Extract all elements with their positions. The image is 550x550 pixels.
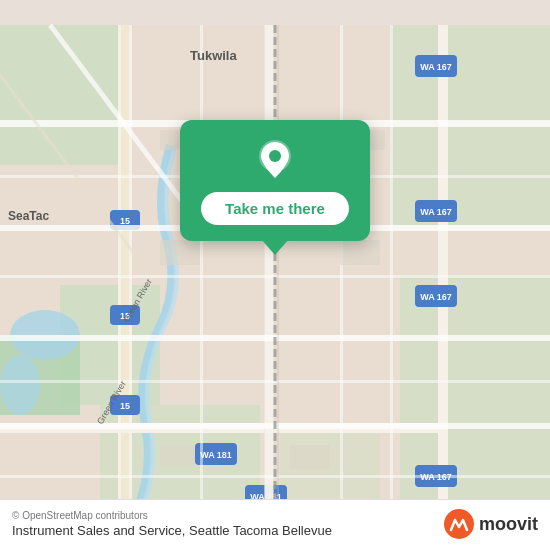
bottom-bar: © OpenStreetMap contributors Instrument … bbox=[0, 499, 550, 550]
map-svg: 15 15 15 WA 167 WA 167 WA 167 WA 167 WA … bbox=[0, 0, 550, 550]
take-me-there-button[interactable]: Take me there bbox=[201, 192, 349, 225]
svg-rect-55 bbox=[340, 240, 380, 265]
svg-point-9 bbox=[0, 355, 40, 415]
svg-rect-54 bbox=[160, 240, 200, 265]
svg-text:WA 167: WA 167 bbox=[420, 207, 452, 217]
map-container: 15 15 15 WA 167 WA 167 WA 167 WA 167 WA … bbox=[0, 0, 550, 550]
svg-text:15: 15 bbox=[120, 216, 130, 226]
location-name: Instrument Sales and Service, Seattle Ta… bbox=[12, 523, 443, 538]
svg-text:15: 15 bbox=[120, 401, 130, 411]
svg-rect-56 bbox=[290, 445, 330, 470]
popup-card: Take me there bbox=[180, 120, 370, 241]
moovit-brand-name: moovit bbox=[479, 514, 538, 535]
copyright-text: © OpenStreetMap contributors bbox=[12, 510, 443, 521]
bottom-left-info: © OpenStreetMap contributors Instrument … bbox=[12, 510, 443, 538]
svg-text:Tukwila: Tukwila bbox=[190, 48, 237, 63]
svg-text:WA 167: WA 167 bbox=[420, 62, 452, 72]
svg-text:SeaTac: SeaTac bbox=[8, 209, 49, 223]
svg-rect-5 bbox=[400, 275, 550, 525]
svg-point-62 bbox=[444, 509, 474, 539]
svg-rect-57 bbox=[160, 445, 195, 465]
location-pin-icon bbox=[253, 138, 297, 182]
moovit-logo: moovit bbox=[443, 508, 538, 540]
svg-point-61 bbox=[269, 150, 281, 162]
moovit-icon-svg bbox=[443, 508, 475, 540]
svg-text:WA 167: WA 167 bbox=[420, 292, 452, 302]
svg-text:WA 181: WA 181 bbox=[200, 450, 232, 460]
